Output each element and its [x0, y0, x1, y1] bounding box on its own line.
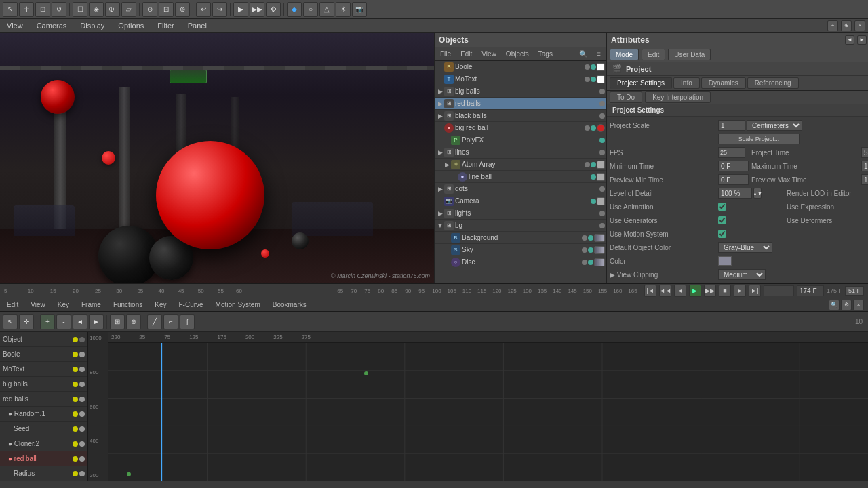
use-motion-check[interactable] [718, 230, 726, 238]
polygon-mode[interactable]: ▱ [121, 2, 136, 17]
menu-cameras[interactable]: Cameras [33, 20, 71, 31]
tl-menu-frame[interactable]: Frame [79, 300, 104, 309]
menu-options[interactable]: Options [114, 20, 148, 31]
track-radius[interactable]: Radius [0, 466, 87, 481]
obj-sky[interactable]: S Sky [435, 244, 606, 256]
menu-filter[interactable]: Filter [153, 20, 178, 31]
point-mode[interactable]: ◈ [89, 2, 104, 17]
redo-btn[interactable]: ↪ [212, 2, 227, 17]
om-menu-extra[interactable]: ≡ [594, 49, 604, 59]
attr-tab-userdata[interactable]: User Data [668, 49, 711, 60]
tl-del-key[interactable]: - [56, 314, 71, 329]
tl-menu-motionsys[interactable]: Motion System [213, 300, 263, 309]
use-gen-check[interactable] [718, 216, 726, 224]
tl-menu-view[interactable]: View [28, 300, 48, 309]
kf2[interactable] [364, 371, 368, 375]
tl-move-mode[interactable]: ✛ [19, 314, 34, 329]
viewport-camera-btn[interactable]: ⊕ [841, 20, 852, 31]
tl-btn2[interactable]: ⚙ [841, 300, 852, 310]
preview-min-input[interactable] [718, 174, 749, 185]
loop-select[interactable]: ⊚ [175, 2, 190, 17]
om-file[interactable]: File [437, 49, 454, 59]
live-select[interactable]: ⊙ [142, 2, 157, 17]
tl-btn3[interactable]: × [853, 300, 864, 310]
min-time-input[interactable] [718, 161, 749, 171]
render-view-btn[interactable]: ▶ [233, 2, 248, 17]
lod-spin[interactable]: ▲▼ [753, 188, 762, 199]
expand-black-balls[interactable]: ▶ [436, 113, 444, 119]
expand-big-balls[interactable]: ▶ [436, 88, 444, 95]
transport-start[interactable]: |◄ [644, 285, 656, 297]
om-search[interactable]: 🔍 [576, 49, 590, 59]
render-all-btn[interactable]: ▶▶ [250, 2, 264, 17]
obj-line-ball[interactable]: ● line ball [435, 171, 606, 183]
om-view[interactable]: View [479, 49, 499, 59]
move-tool[interactable]: ✛ [19, 2, 34, 17]
obj-polyfx[interactable]: P PolyFX [435, 134, 606, 146]
transport-stop[interactable]: ■ [719, 285, 731, 297]
current-frame-input[interactable]: 0 F [764, 285, 794, 296]
tl-menu-fcurve[interactable]: F-Curve [176, 300, 205, 309]
om-objects[interactable]: Objects [503, 49, 532, 59]
use-anim-check[interactable] [718, 203, 726, 211]
rect-select[interactable]: ⊡ [159, 2, 174, 17]
obj-camera[interactable]: 📷 Camera [435, 195, 606, 207]
tl-sel-mode[interactable]: ↖ [3, 314, 18, 329]
undo-btn[interactable]: ↩ [196, 2, 211, 17]
fps-input[interactable] [718, 147, 745, 158]
transport-end[interactable]: ►| [749, 285, 761, 297]
timeline-graph[interactable]: 1000 800 600 400 200 220 25 75 125 175 2… [88, 332, 868, 481]
tl-key-right[interactable]: ► [89, 314, 104, 329]
subtab-todo[interactable]: To Do [610, 92, 642, 103]
cube-icon[interactable]: ◆ [287, 2, 302, 17]
rotate-tool[interactable]: ↺ [52, 2, 66, 17]
transport-prev-key[interactable]: ◄◄ [659, 285, 671, 297]
obj-disc[interactable]: ○ Disc [435, 256, 606, 268]
subtab-info[interactable]: Info [673, 77, 700, 89]
track-red-balls[interactable]: red balls [0, 392, 87, 407]
expand-atom[interactable]: ▶ [443, 161, 451, 168]
color-swatch[interactable] [718, 256, 732, 266]
obj-lights[interactable]: ▶ ⊞ lights [435, 207, 606, 220]
scale-tool[interactable]: ⊡ [35, 2, 50, 17]
subtab-dynamics[interactable]: Dynamics [701, 77, 746, 89]
transport-play-full[interactable]: ▶▶ [704, 285, 716, 297]
transport-prev[interactable]: ◄ [674, 285, 686, 297]
obj-background[interactable]: B Background [435, 232, 606, 244]
track-red-ball[interactable]: ● red ball [0, 451, 87, 466]
kf1[interactable] [127, 472, 131, 476]
light-icon[interactable]: ☀ [336, 2, 351, 17]
expand-red-balls[interactable]: ▶ [436, 100, 444, 107]
subtab-key-interp[interactable]: Key Interpolation [645, 92, 711, 103]
tl-key-left[interactable]: ◄ [73, 314, 87, 329]
end-frame-input[interactable] [797, 285, 824, 296]
tl-menu-bookmarks[interactable]: Bookmarks [270, 300, 309, 309]
cone-icon[interactable]: △ [319, 2, 334, 17]
track-boole[interactable]: Boole [0, 347, 87, 362]
tl-fcurve-step[interactable]: ⌐ [163, 314, 178, 329]
attr-tab-edit[interactable]: Edit [642, 49, 665, 60]
obj-bg[interactable]: ▼ ⊞ bg [435, 220, 606, 232]
tl-menu-key[interactable]: Key [55, 300, 72, 309]
track-big-balls[interactable]: big balls [0, 377, 87, 392]
default-color-select[interactable]: Gray-Blue [718, 242, 772, 253]
attr-nav-fwd[interactable]: ► [857, 35, 867, 45]
obj-red-balls[interactable]: ▶ ⊞ red balls [435, 98, 606, 110]
tl-add-key[interactable]: + [40, 314, 55, 329]
transport-next[interactable]: ► [734, 285, 746, 297]
preview-max-input[interactable] [861, 174, 868, 185]
obj-big-red-ball[interactable]: ● big red ball [435, 122, 606, 134]
viewport-close-btn[interactable]: × [854, 20, 865, 31]
menu-display[interactable]: Display [76, 20, 108, 31]
tl-fcurve-lin[interactable]: ╱ [147, 314, 162, 329]
obj-black-balls[interactable]: ▶ ⊞ black balls [435, 110, 606, 122]
max-time-input[interactable] [861, 161, 868, 171]
tl-menu-edit[interactable]: Edit [4, 300, 21, 309]
render-settings-btn[interactable]: ⚙ [266, 2, 281, 17]
tl-menu-functions[interactable]: Functions [111, 300, 145, 309]
expand-lines[interactable]: ▶ [436, 149, 444, 156]
viewport-expand-btn[interactable]: + [827, 20, 838, 31]
attr-nav-back[interactable]: ◄ [845, 35, 854, 45]
track-object[interactable]: Object [0, 332, 87, 347]
expand-lights[interactable]: ▶ [436, 210, 444, 217]
